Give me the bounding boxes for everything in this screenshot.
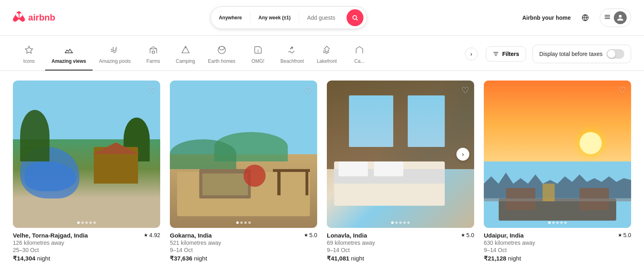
lakefront-category-icon (322, 45, 331, 56)
listing-rating-1: ★ 4.92 (144, 232, 160, 238)
globe-icon (582, 14, 589, 21)
search-icon (352, 14, 358, 21)
listing-header-4: Udaipur, India ★ 5.0 (484, 232, 631, 239)
header-right: Airbnb your home (522, 8, 631, 27)
listing-location-2: Gokarna, India (170, 232, 301, 239)
price-unit-2: night (194, 255, 207, 262)
header: airbnb Anywhere Any week (±1) Add guests… (0, 0, 644, 36)
wishlist-button-1[interactable]: ♡ (147, 85, 155, 96)
svg-rect-8 (152, 51, 155, 54)
category-earth-homes-label: Earth homes (208, 58, 235, 64)
listing-location-4: Udaipur, India (484, 232, 615, 239)
category-chevron-button[interactable]: › (465, 48, 478, 60)
price-unit-4: night (508, 255, 521, 262)
category-farms[interactable]: Farms (137, 42, 169, 70)
image-dots-1 (77, 221, 96, 224)
display-total-label: Display total before taxes (539, 51, 603, 57)
wishlist-button-4[interactable]: ♡ (618, 85, 626, 96)
earth-homes-category-icon (217, 45, 226, 56)
next-image-button-3[interactable]: › (456, 148, 469, 161)
search-add-guests[interactable]: Add guests (299, 10, 343, 25)
cabins-category-icon (355, 45, 364, 56)
listing-distance-2: 521 kilometres away (170, 240, 317, 246)
svg-marker-7 (25, 46, 33, 53)
listing-location-3: Lonavla, India (327, 232, 458, 239)
listing-dates-2: 9–14 Oct (170, 247, 317, 253)
category-cabins[interactable]: Ca... (343, 42, 376, 70)
filters-button[interactable]: Filters (486, 46, 526, 62)
filter-controls: Filters Display total before taxes (486, 45, 631, 63)
star-icon-3: ★ (461, 232, 465, 238)
display-total-control: Display total before taxes (533, 45, 631, 63)
beachfront-category-icon (288, 45, 297, 56)
image-dots-3 (391, 221, 410, 224)
logo-text: airbnb (28, 12, 55, 23)
anywhere-label: Anywhere (219, 15, 242, 21)
amazing-pools-category-icon (110, 45, 119, 56)
category-omg-label: OMG! (252, 58, 264, 64)
listing-card[interactable]: ♡ › Lonavla, India ★ 5.0 69 kilometres a… (327, 81, 474, 262)
dot (560, 221, 563, 224)
category-items: Icons Amazing views Amazing pools Farms (13, 42, 465, 70)
search-any-week[interactable]: Any week (±1) (250, 11, 299, 25)
listing-card[interactable]: ♡ Gokarna, India ★ 5.0 521 kilometres aw… (170, 81, 317, 262)
dot (399, 221, 402, 224)
icons-category-icon (25, 45, 33, 56)
image-dots-4 (548, 221, 567, 224)
dot (548, 221, 551, 224)
star-icon-4: ★ (618, 232, 622, 238)
category-amazing-views[interactable]: Amazing views (45, 42, 93, 70)
search-button[interactable] (347, 9, 363, 26)
user-menu-button[interactable] (600, 8, 631, 27)
category-lakefront[interactable]: Lakefront (310, 42, 343, 70)
listing-price-4: ₹21,128 night (484, 255, 631, 262)
listing-image-1 (13, 81, 160, 228)
wishlist-button-3[interactable]: ♡ (461, 85, 469, 96)
add-guests-label: Add guests (307, 14, 335, 21)
category-earth-homes[interactable]: Earth homes (202, 42, 242, 70)
listing-info-2: Gokarna, India ★ 5.0 521 kilometres away… (170, 228, 317, 262)
category-lakefront-label: Lakefront (317, 58, 337, 64)
listing-distance-3: 69 kilometres away (327, 240, 474, 246)
wishlist-button-2[interactable]: ♡ (304, 85, 312, 96)
listing-dates-4: 9–14 Oct (484, 247, 631, 253)
camping-category-icon (181, 45, 190, 56)
rating-value-3: 5.0 (466, 232, 474, 238)
airbnb-your-home-link[interactable]: Airbnb your home (522, 14, 571, 21)
search-anywhere[interactable]: Anywhere (211, 11, 250, 25)
category-amazing-pools[interactable]: Amazing pools (93, 42, 137, 70)
any-week-label: Any week (±1) (258, 15, 291, 21)
display-total-toggle[interactable] (607, 49, 624, 59)
listing-price-1: ₹14,304 night (13, 255, 160, 262)
listing-rating-3: ★ 5.0 (461, 232, 474, 238)
listing-card[interactable]: ♡ Udaipur, India ★ 5.0 630 kilometres aw… (484, 81, 631, 262)
dot (248, 221, 251, 224)
category-beachfront[interactable]: Beachfront (274, 42, 310, 70)
listing-image-wrap: ♡ › (327, 81, 474, 228)
listing-header-2: Gokarna, India ★ 5.0 (170, 232, 317, 239)
dot (552, 221, 555, 224)
logo[interactable]: airbnb (13, 10, 55, 26)
category-omg[interactable]: OMG! (242, 42, 274, 70)
filters-icon (493, 51, 499, 57)
price-value-2: ₹37,636 (170, 255, 192, 262)
category-camping[interactable]: Camping (169, 42, 202, 70)
listing-card[interactable]: ♡ Velhe, Torna-Rajgad, India ★ 4.92 126 … (13, 81, 160, 262)
listing-info-4: Udaipur, India ★ 5.0 630 kilometres away… (484, 228, 631, 262)
globe-button[interactable] (577, 10, 593, 26)
price-value-1: ₹14,304 (13, 255, 35, 262)
category-amazing-views-label: Amazing views (52, 58, 86, 64)
dot (564, 221, 567, 224)
category-icons[interactable]: Icons (13, 42, 45, 70)
dot (407, 221, 410, 224)
dot (240, 221, 243, 224)
listing-dates-1: 25–30 Oct (13, 247, 160, 253)
amazing-views-category-icon (64, 45, 73, 56)
search-bar: Anywhere Any week (±1) Add guests (211, 6, 367, 29)
dot (93, 221, 96, 224)
listing-info-3: Lonavla, India ★ 5.0 69 kilometres away … (327, 228, 474, 262)
rating-value-4: 5.0 (623, 232, 631, 238)
listing-rating-2: ★ 5.0 (304, 232, 317, 238)
star-icon-1: ★ (144, 232, 148, 238)
svg-line-1 (356, 19, 357, 20)
